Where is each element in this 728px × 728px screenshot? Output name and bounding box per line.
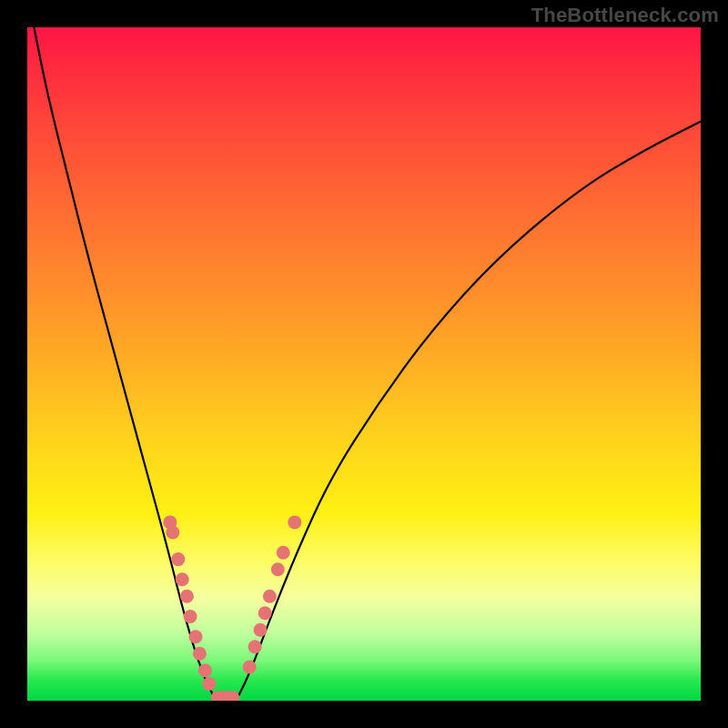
data-marker [243, 661, 257, 674]
data-marker [184, 610, 197, 623]
right-curve [236, 122, 701, 701]
data-marker [254, 623, 268, 637]
chart-stage: TheBottleneck.com [0, 0, 728, 728]
data-marker [171, 552, 185, 566]
data-marker [189, 630, 203, 643]
data-marker [202, 677, 216, 691]
data-marker [166, 526, 179, 540]
data-marker [277, 546, 290, 560]
marker-group-right [243, 515, 302, 673]
data-marker [198, 663, 212, 677]
marker-group-left [163, 515, 216, 691]
data-marker [176, 572, 189, 586]
data-marker [180, 590, 194, 603]
watermark-text: TheBottleneck.com [531, 4, 719, 27]
data-marker [288, 515, 301, 529]
data-marker [258, 606, 272, 620]
valley-capsule [211, 691, 239, 701]
data-marker [263, 590, 277, 603]
data-marker [248, 640, 262, 653]
curve-layer [27, 27, 701, 701]
data-marker [271, 562, 285, 576]
plot-area [27, 27, 701, 701]
data-marker [193, 647, 207, 661]
